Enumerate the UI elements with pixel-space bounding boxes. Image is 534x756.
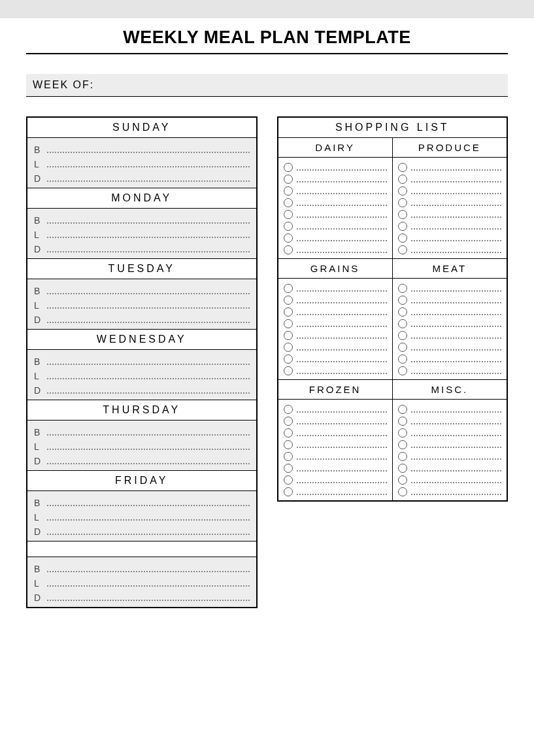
checkbox-circle-icon[interactable] — [398, 186, 407, 196]
checkbox-circle-icon[interactable] — [398, 475, 407, 485]
meal-row-b[interactable]: B — [34, 283, 250, 298]
checkbox-circle-icon[interactable] — [284, 452, 293, 461]
meal-input-line[interactable] — [47, 386, 250, 394]
checkbox-circle-icon[interactable] — [284, 319, 293, 328]
checkbox-circle-icon[interactable] — [398, 440, 407, 449]
shopping-input-line[interactable] — [411, 332, 501, 339]
shopping-item-row[interactable] — [398, 209, 501, 220]
checkbox-circle-icon[interactable] — [284, 175, 293, 184]
checkbox-circle-icon[interactable] — [284, 331, 293, 340]
meal-row-b[interactable]: B — [34, 354, 250, 368]
checkbox-circle-icon[interactable] — [398, 366, 407, 375]
checkbox-circle-icon[interactable] — [284, 487, 293, 496]
shopping-item-row[interactable] — [398, 439, 501, 451]
shopping-input-line[interactable] — [297, 164, 387, 171]
checkbox-circle-icon[interactable] — [398, 343, 407, 352]
checkbox-circle-icon[interactable] — [284, 296, 293, 305]
shopping-input-line[interactable] — [297, 453, 387, 460]
meal-input-line[interactable] — [47, 371, 250, 379]
meal-input-line[interactable] — [47, 442, 250, 450]
checkbox-circle-icon[interactable] — [284, 284, 293, 293]
shopping-input-line[interactable] — [411, 430, 501, 436]
checkbox-circle-icon[interactable] — [398, 405, 407, 414]
shopping-input-line[interactable] — [411, 176, 501, 182]
shopping-input-line[interactable] — [411, 211, 501, 218]
shopping-input-line[interactable] — [297, 477, 387, 483]
meal-row-d[interactable]: D — [34, 241, 250, 256]
shopping-input-line[interactable] — [411, 199, 501, 206]
checkbox-circle-icon[interactable] — [284, 233, 293, 243]
shopping-input-line[interactable] — [297, 320, 387, 327]
shopping-item-row[interactable] — [398, 162, 501, 173]
meal-input-line[interactable] — [47, 230, 250, 238]
meal-input-line[interactable] — [47, 513, 250, 521]
meal-input-line[interactable] — [47, 145, 250, 153]
meal-row-b[interactable]: B — [34, 142, 250, 156]
shopping-input-line[interactable] — [297, 211, 387, 218]
checkbox-circle-icon[interactable] — [398, 417, 407, 426]
shopping-input-line[interactable] — [411, 368, 501, 374]
checkbox-circle-icon[interactable] — [398, 245, 407, 254]
shopping-item-row[interactable] — [398, 318, 501, 330]
shopping-input-line[interactable] — [411, 406, 501, 413]
checkbox-circle-icon[interactable] — [284, 405, 293, 414]
shopping-input-line[interactable] — [297, 406, 387, 413]
shopping-item-row[interactable] — [284, 341, 387, 353]
checkbox-circle-icon[interactable] — [398, 354, 407, 364]
shopping-input-line[interactable] — [411, 465, 501, 472]
checkbox-circle-icon[interactable] — [284, 354, 293, 364]
meal-input-line[interactable] — [47, 579, 250, 587]
checkbox-circle-icon[interactable] — [284, 163, 293, 172]
checkbox-circle-icon[interactable] — [398, 198, 407, 207]
shopping-item-row[interactable] — [284, 185, 387, 197]
checkbox-circle-icon[interactable] — [284, 245, 293, 254]
shopping-input-line[interactable] — [297, 441, 387, 448]
shopping-input-line[interactable] — [297, 489, 387, 495]
shopping-item-row[interactable] — [398, 474, 501, 486]
shopping-input-line[interactable] — [411, 188, 501, 194]
meal-row-l[interactable]: L — [34, 439, 250, 453]
shopping-item-row[interactable] — [398, 404, 501, 415]
shopping-item-row[interactable] — [284, 244, 387, 256]
shopping-input-line[interactable] — [297, 418, 387, 424]
shopping-item-row[interactable] — [284, 427, 387, 439]
shopping-item-row[interactable] — [284, 197, 387, 209]
shopping-input-line[interactable] — [297, 285, 387, 292]
shopping-item-row[interactable] — [398, 283, 501, 294]
shopping-item-row[interactable] — [284, 462, 387, 474]
week-of-box[interactable]: WEEK OF: — [26, 74, 508, 97]
meal-input-line[interactable] — [47, 216, 250, 224]
checkbox-circle-icon[interactable] — [398, 487, 407, 496]
shopping-input-line[interactable] — [411, 453, 501, 460]
meal-row-l[interactable]: L — [34, 509, 250, 524]
shopping-input-line[interactable] — [297, 368, 387, 374]
meal-row-l[interactable]: L — [34, 576, 250, 590]
meal-row-b[interactable]: B — [34, 561, 250, 576]
checkbox-circle-icon[interactable] — [284, 343, 293, 352]
meal-row-b[interactable]: B — [34, 213, 250, 227]
shopping-input-line[interactable] — [411, 164, 501, 171]
meal-row-l[interactable]: L — [34, 368, 250, 383]
shopping-item-row[interactable] — [284, 330, 387, 341]
shopping-item-row[interactable] — [284, 173, 387, 185]
checkbox-circle-icon[interactable] — [398, 222, 407, 231]
shopping-item-row[interactable] — [398, 365, 501, 377]
shopping-item-row[interactable] — [398, 462, 501, 474]
checkbox-circle-icon[interactable] — [398, 428, 407, 438]
shopping-item-row[interactable] — [398, 232, 501, 244]
meal-input-line[interactable] — [47, 286, 250, 294]
shopping-input-line[interactable] — [411, 441, 501, 448]
meal-input-line[interactable] — [47, 301, 250, 309]
shopping-input-line[interactable] — [411, 418, 501, 424]
shopping-input-line[interactable] — [411, 247, 501, 253]
shopping-item-row[interactable] — [398, 220, 501, 232]
shopping-item-row[interactable] — [284, 353, 387, 365]
shopping-input-line[interactable] — [411, 309, 501, 315]
shopping-input-line[interactable] — [297, 188, 387, 194]
shopping-input-line[interactable] — [297, 430, 387, 436]
shopping-item-row[interactable] — [284, 162, 387, 173]
shopping-input-line[interactable] — [297, 247, 387, 253]
shopping-input-line[interactable] — [297, 356, 387, 362]
checkbox-circle-icon[interactable] — [398, 284, 407, 293]
meal-input-line[interactable] — [47, 527, 250, 535]
